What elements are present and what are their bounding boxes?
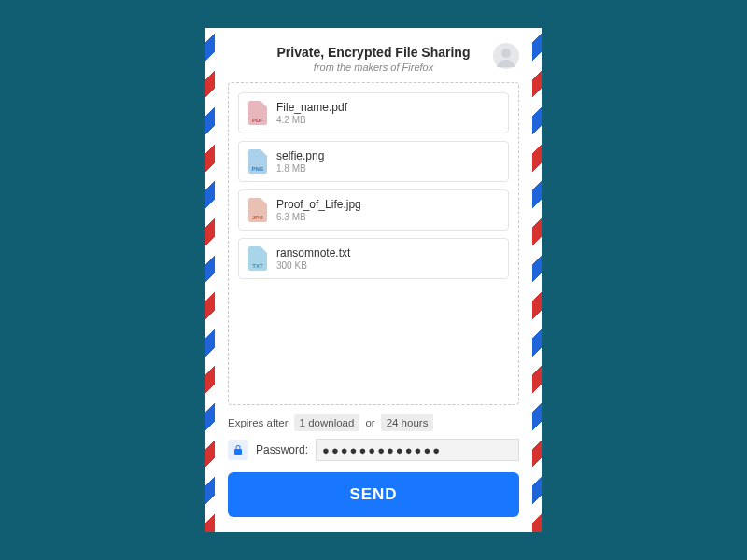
duration-select[interactable]: 24 hours — [381, 414, 434, 431]
file-row[interactable]: TXTransomnote.txt300 KB — [238, 238, 509, 279]
file-size: 300 KB — [276, 260, 350, 271]
file-type-icon: PDF — [248, 101, 267, 125]
file-name: selfie.png — [276, 149, 324, 162]
file-row[interactable]: PDFFile_name.pdf4.2 MB — [238, 92, 509, 133]
file-size: 6.3 MB — [276, 212, 361, 222]
page-title: Private, Encrypted File Sharing — [228, 45, 519, 60]
password-row: Password: — [228, 439, 519, 461]
file-name: File_name.pdf — [276, 101, 347, 114]
file-type-icon: PNG — [248, 149, 267, 174]
file-type-icon: JPG — [248, 198, 267, 222]
password-input[interactable] — [316, 439, 519, 461]
file-ext-label: JPG — [248, 215, 267, 220]
file-type-icon: TXT — [248, 246, 267, 271]
file-size: 4.2 MB — [276, 115, 347, 125]
file-meta: File_name.pdf4.2 MB — [276, 101, 347, 125]
expiry-options: Expires after 1 download or 24 hours — [228, 414, 519, 431]
expiry-separator: or — [365, 417, 374, 428]
password-label: Password: — [256, 443, 308, 456]
upload-card: Private, Encrypted File Sharing from the… — [205, 28, 542, 532]
file-name: ransomnote.txt — [276, 246, 350, 259]
file-ext-label: TXT — [248, 263, 267, 269]
file-row[interactable]: JPGProof_of_Life.jpg6.3 MB — [238, 189, 509, 231]
file-meta: Proof_of_Life.jpg6.3 MB — [276, 198, 361, 222]
profile-avatar[interactable] — [493, 43, 519, 69]
file-meta: ransomnote.txt300 KB — [276, 246, 350, 271]
page-subtitle: from the makers of Firefox — [228, 62, 519, 73]
user-icon — [493, 43, 519, 69]
airmail-stripe-right — [532, 28, 542, 532]
airmail-stripe-left — [205, 28, 215, 532]
file-row[interactable]: PNGselfie.png1.8 MB — [238, 141, 509, 182]
file-ext-label: PDF — [248, 118, 267, 123]
send-button[interactable]: SEND — [228, 472, 519, 517]
lock-icon — [228, 440, 248, 460]
expiry-prefix: Expires after — [228, 417, 289, 428]
svg-point-0 — [501, 49, 511, 58]
file-meta: selfie.png1.8 MB — [276, 149, 324, 174]
file-dropzone[interactable]: PDFFile_name.pdf4.2 MBPNGselfie.png1.8 M… — [228, 82, 519, 405]
downloads-select[interactable]: 1 download — [294, 414, 360, 431]
file-ext-label: PNG — [248, 166, 267, 172]
header: Private, Encrypted File Sharing from the… — [228, 41, 519, 82]
file-size: 1.8 MB — [276, 163, 324, 174]
file-name: Proof_of_Life.jpg — [276, 198, 361, 211]
